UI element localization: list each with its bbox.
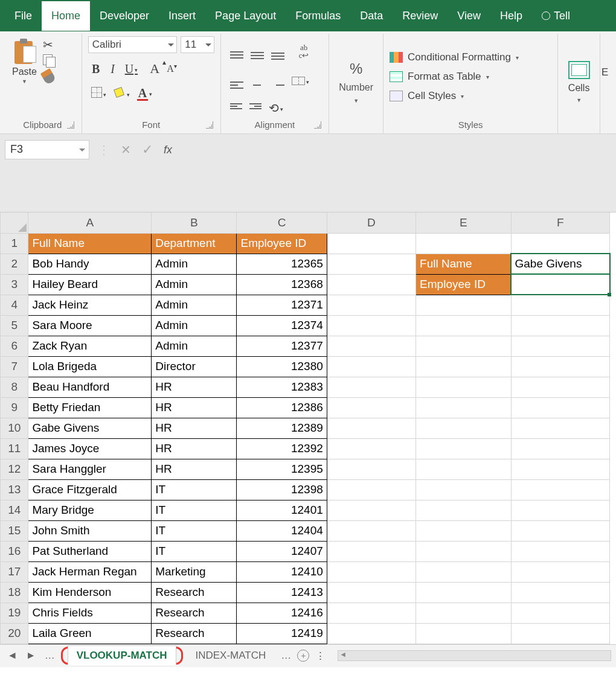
tab-view[interactable]: View <box>448 1 490 31</box>
col-header-A[interactable]: A <box>28 213 152 233</box>
cell[interactable]: HR <box>152 438 237 459</box>
cell[interactable] <box>511 438 610 459</box>
cell[interactable] <box>511 603 610 623</box>
cell[interactable]: Employee ID <box>237 233 327 254</box>
merge-button[interactable]: ▾ <box>289 72 312 90</box>
cell[interactable]: 12389 <box>237 418 327 438</box>
cell[interactable]: IT <box>152 500 237 520</box>
cell[interactable] <box>511 315 610 336</box>
cells-button[interactable]: Cells <box>568 83 590 94</box>
cell[interactable]: HR <box>152 459 237 479</box>
cell[interactable] <box>327 479 415 500</box>
row-header[interactable]: 15 <box>1 520 28 541</box>
cell[interactable] <box>511 623 610 644</box>
cell[interactable]: 12392 <box>237 438 327 459</box>
cancel-icon[interactable]: ✕ <box>121 142 131 157</box>
copy-icon[interactable] <box>43 54 55 66</box>
cell[interactable] <box>416 603 511 623</box>
cell[interactable] <box>416 418 511 438</box>
row-header[interactable]: 11 <box>1 438 28 459</box>
cell[interactable]: IT <box>152 520 237 541</box>
col-header-D[interactable]: D <box>327 213 415 233</box>
format-as-table-button[interactable]: Format as Table▾ <box>390 69 551 85</box>
cell[interactable]: Jack Herman Regan <box>28 561 152 582</box>
cell[interactable]: 12419 <box>237 623 327 644</box>
tab-developer[interactable]: Developer <box>90 1 159 31</box>
cell[interactable]: IT <box>152 541 237 561</box>
cell[interactable]: Sara Moore <box>28 315 152 336</box>
cell[interactable]: Bob Handy <box>28 254 152 274</box>
cell[interactable] <box>416 438 511 459</box>
row-header[interactable]: 2 <box>1 254 28 274</box>
cell[interactable]: Gabe Givens <box>511 254 610 274</box>
orientation-button[interactable]: ⟲▾ <box>266 99 286 117</box>
cell[interactable]: Department <box>152 233 237 254</box>
cell[interactable]: Admin <box>152 336 237 356</box>
cell[interactable]: 12371 <box>237 295 327 315</box>
tab-review[interactable]: Review <box>393 1 448 31</box>
cell[interactable]: IT <box>152 479 237 500</box>
align-left[interactable] <box>227 70 246 92</box>
cell[interactable]: Beau Handford <box>28 377 152 397</box>
cell[interactable] <box>416 459 511 479</box>
decrease-font-button[interactable]: A▾ <box>164 61 180 76</box>
cell[interactable]: Research <box>152 582 237 603</box>
cell[interactable] <box>327 603 415 623</box>
enter-icon[interactable]: ✓ <box>142 142 153 158</box>
format-painter-icon[interactable] <box>40 68 57 85</box>
tab-insert[interactable]: Insert <box>159 1 205 31</box>
cell[interactable] <box>511 582 610 603</box>
col-header-B[interactable]: B <box>152 213 237 233</box>
cell[interactable] <box>511 500 610 520</box>
cell[interactable] <box>327 582 415 603</box>
cell[interactable]: 12404 <box>237 520 327 541</box>
row-header[interactable]: 3 <box>1 274 28 295</box>
row-header[interactable]: 16 <box>1 541 28 561</box>
cell[interactable] <box>511 561 610 582</box>
cell[interactable] <box>327 418 415 438</box>
row-header[interactable]: 4 <box>1 295 28 315</box>
cell[interactable]: Admin <box>152 274 237 295</box>
cell[interactable] <box>416 520 511 541</box>
cell[interactable]: 12377 <box>237 336 327 356</box>
spreadsheet-grid[interactable]: A B C D E F 1Full NameDepartmentEmployee… <box>0 213 616 644</box>
horizontal-scrollbar[interactable] <box>338 650 611 661</box>
row-header[interactable]: 10 <box>1 418 28 438</box>
borders-button[interactable]: ▾ <box>88 85 109 103</box>
cell[interactable]: Hailey Beard <box>28 274 152 295</box>
cell[interactable] <box>327 459 415 479</box>
cell[interactable]: HR <box>152 377 237 397</box>
cell[interactable] <box>327 356 415 377</box>
align-center[interactable] <box>248 70 267 92</box>
row-header[interactable]: 14 <box>1 500 28 520</box>
fx-icon[interactable]: fx <box>164 144 172 156</box>
cell[interactable]: 12407 <box>237 541 327 561</box>
align-top[interactable] <box>227 40 246 63</box>
cell[interactable] <box>511 336 610 356</box>
row-header[interactable]: 1 <box>1 233 28 254</box>
alignment-launcher[interactable] <box>314 121 321 129</box>
cell[interactable] <box>511 233 610 254</box>
cell[interactable]: Laila Green <box>28 623 152 644</box>
cell[interactable] <box>511 418 610 438</box>
cell[interactable]: 12413 <box>237 582 327 603</box>
cell[interactable]: 12380 <box>237 356 327 377</box>
cell[interactable]: 12368 <box>237 274 327 295</box>
row-header[interactable]: 19 <box>1 603 28 623</box>
decrease-indent[interactable] <box>227 101 245 115</box>
sheet-nav-next[interactable]: ► <box>24 650 39 662</box>
cell[interactable]: Jack Heinz <box>28 295 152 315</box>
sheet-overflow[interactable]: … <box>278 650 294 662</box>
row-header[interactable]: 13 <box>1 479 28 500</box>
sheet-nav-prev[interactable]: ◄ <box>5 650 20 662</box>
align-bottom[interactable] <box>268 41 287 62</box>
cell[interactable] <box>416 397 511 418</box>
cell[interactable] <box>511 274 610 295</box>
row-header[interactable]: 9 <box>1 397 28 418</box>
font-name-combo[interactable]: Calibri <box>88 36 178 53</box>
cell[interactable]: 12410 <box>237 561 327 582</box>
cell[interactable] <box>327 500 415 520</box>
cell[interactable] <box>327 233 415 254</box>
cell[interactable]: Lola Brigeda <box>28 356 152 377</box>
italic-button[interactable]: I <box>105 60 121 78</box>
